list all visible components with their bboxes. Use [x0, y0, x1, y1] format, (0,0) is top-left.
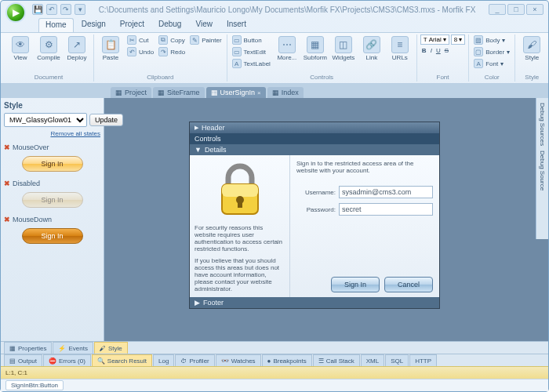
app-orb-button[interactable]: ▶ [5, 2, 26, 23]
tab-profiler[interactable]: ⏱Profiler [175, 354, 214, 366]
tab-errors[interactable]: ⛔Errors (0) [43, 354, 91, 366]
form-section-header[interactable]: ▶Header [190, 122, 439, 133]
ctrl-button[interactable]: ▭Button [231, 34, 272, 45]
link-button[interactable]: 🔗Link [358, 34, 385, 63]
remove-state-icon[interactable]: ✖ [4, 180, 10, 187]
widgets-button[interactable]: ◫Widgets [330, 34, 357, 63]
status-bar: L:1, C:1 [1, 366, 548, 379]
undo-icon: ↶ [127, 47, 136, 56]
signin-button[interactable]: Sign In [331, 277, 380, 292]
compile-button[interactable]: ⚙Compile [35, 34, 62, 63]
ribbon-tab-home[interactable]: Home [38, 18, 74, 32]
italic-button[interactable]: I [429, 46, 434, 55]
ribbon-group-controls: ▭Button ▭TextEdit ATextLabel ⋯More... ▦S… [227, 34, 417, 82]
painter-button[interactable]: ✎Painter [188, 34, 223, 45]
design-canvas[interactable]: Debug Sources Debug Source ▶Header Contr… [104, 98, 548, 341]
tab-http[interactable]: HTTP [409, 354, 437, 366]
selection-bar: SignInBtn:Button [1, 379, 548, 391]
preview-disabled-button[interactable]: Sign In [22, 192, 83, 208]
font-color-button[interactable]: AFont▾ [472, 58, 511, 69]
tab-search-result[interactable]: 🔍Search Result [92, 354, 152, 366]
copy-icon: ⧉ [158, 35, 168, 45]
view-icon: 👁 [12, 36, 29, 53]
doctab-usersignin[interactable]: ▦UserSignIn× [206, 87, 266, 98]
form-section-details[interactable]: ▼Details [190, 144, 439, 155]
tab-callstack[interactable]: ☰Call Stack [313, 354, 360, 366]
ctrl-textedit[interactable]: ▭TextEdit [231, 46, 272, 57]
right-dock[interactable]: Debug Sources Debug Source [536, 98, 548, 239]
redo-icon: ↷ [158, 47, 168, 56]
titlebar: ▶ 💾 ↶ ↷ ▾ C:\Documents and Settings\Maur… [1, 1, 548, 18]
doctab-index[interactable]: ▦Index [267, 87, 304, 98]
close-tab-icon[interactable]: × [257, 89, 261, 96]
qat-save-button[interactable]: 💾 [32, 4, 43, 15]
chevron-down-icon: ▼ [195, 146, 202, 154]
tab-style[interactable]: 🖌Style [94, 342, 128, 354]
maximize-button[interactable]: □ [507, 4, 525, 15]
doctab-siteframe[interactable]: ▦SiteFrame [153, 87, 205, 98]
strike-button[interactable]: S [443, 46, 450, 55]
ribbon-tab-insert[interactable]: Insert [220, 18, 253, 32]
form-section-controls[interactable]: Controls [190, 133, 439, 144]
padlock-icon [209, 160, 271, 221]
tab-properties[interactable]: ▦Properties [4, 342, 52, 354]
ribbon-tab-view[interactable]: View [189, 18, 219, 32]
qat-redo-button[interactable]: ↷ [60, 4, 71, 15]
ribbon-tab-debug[interactable]: Debug [152, 18, 187, 32]
button-icon: ▭ [232, 35, 242, 45]
tab-xml[interactable]: XML [361, 354, 384, 366]
tab-log[interactable]: Log [153, 354, 174, 366]
cancel-button[interactable]: Cancel [384, 277, 433, 292]
preview-mousedown-button[interactable]: Sign In [22, 228, 83, 244]
bold-button[interactable]: B [420, 46, 428, 55]
qat-undo-button[interactable]: ↶ [46, 4, 57, 15]
view-button[interactable]: 👁View [7, 34, 34, 63]
form-body: For security reasons this website requir… [190, 155, 439, 297]
dock-tab-debug-source[interactable]: Debug Source [539, 151, 546, 191]
ribbon-tab-project[interactable]: Project [114, 18, 151, 32]
ribbon-group-font: TArial▾ 8▾ B I U S Font [417, 34, 469, 82]
chevron-right-icon: ▶ [195, 125, 198, 131]
doctab-project[interactable]: ▦Project [111, 87, 151, 98]
deploy-button[interactable]: ↗Deploy [64, 34, 90, 63]
group-label: Clipboard [97, 73, 224, 82]
tab-sql[interactable]: SQL [385, 354, 409, 366]
password-label: Password: [296, 206, 336, 213]
border-color-button[interactable]: ▢Border▾ [472, 46, 511, 57]
qat-dropdown[interactable]: ▾ [75, 4, 85, 15]
remove-state-icon[interactable]: ✖ [4, 143, 10, 151]
subform-button[interactable]: ▦Subform [302, 34, 329, 63]
tab-breakpoints[interactable]: ●Breakpoints [262, 354, 312, 366]
close-button[interactable]: × [526, 4, 544, 15]
ctrl-textlabel[interactable]: ATextLabel [231, 58, 272, 69]
form-usersignin[interactable]: ▶Header Controls ▼Details [189, 122, 440, 309]
cut-button[interactable]: ✂Cut [125, 34, 155, 45]
style-select[interactable]: MW_GlassyGlow01 [4, 113, 87, 127]
font-size-select[interactable]: 8▾ [451, 34, 465, 45]
font-name-select[interactable]: TArial▾ [420, 34, 449, 45]
username-input[interactable] [339, 186, 433, 198]
form-section-footer[interactable]: ▶Footer [190, 297, 439, 308]
ribbon-tab-design[interactable]: Design [75, 18, 112, 32]
more-controls-button[interactable]: ⋯More... [274, 34, 300, 63]
remove-all-states-link[interactable]: Remove all states [4, 130, 100, 137]
minimize-button[interactable]: _ [489, 4, 506, 15]
fontcolor-icon: A [474, 59, 483, 68]
tab-watches[interactable]: 👓Watches [216, 354, 261, 366]
copy-button[interactable]: ⧉Copy [157, 34, 187, 45]
remove-state-icon[interactable]: ✖ [4, 216, 10, 223]
dock-tab-debug-sources[interactable]: Debug Sources [539, 103, 546, 146]
body-color-button[interactable]: ▨Body▾ [472, 34, 511, 45]
password-input[interactable] [339, 203, 433, 216]
selection-breadcrumb[interactable]: SignInBtn:Button [5, 380, 64, 390]
undo-button[interactable]: ↶Undo [125, 46, 155, 57]
preview-mouseover-button[interactable]: Sign In [22, 156, 83, 172]
underline-button[interactable]: U [434, 46, 442, 55]
urls-button[interactable]: ≡URLs [387, 34, 413, 63]
state-mousedown: ✖MouseDown [4, 216, 100, 223]
style-button[interactable]: 🖌Style [518, 34, 545, 63]
paste-button[interactable]: 📋Paste [97, 34, 124, 63]
redo-button[interactable]: ↷Redo [157, 46, 187, 57]
tab-events[interactable]: ⚡Events [53, 342, 93, 354]
tab-output[interactable]: ▤Output [4, 354, 42, 366]
